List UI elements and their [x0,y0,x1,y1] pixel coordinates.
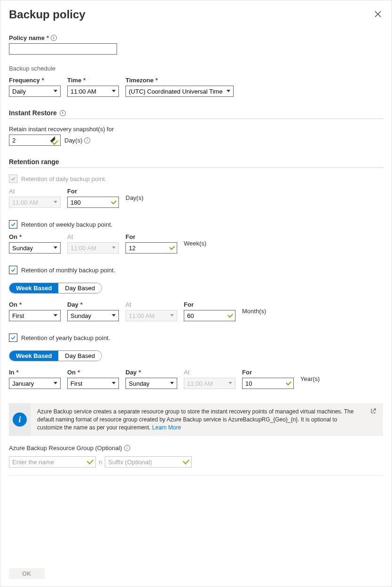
rg-label: Azure Backup Resource Group (Optional) i [9,444,130,452]
info-text: Azure Backup service creates a separate … [37,403,363,436]
info-icon[interactable]: i [124,445,130,451]
yearly-retention-checkbox[interactable] [9,333,17,342]
backup-policy-panel: Backup policy Policy name * i Backup sch… [0,0,392,587]
monthly-unit: Month(s) [242,306,266,317]
yearly-day-label: Day * [125,369,177,376]
daily-retention-label: Retention of daily backup point. [21,175,106,182]
ok-button[interactable]: OK [9,568,45,579]
yearly-in-select[interactable]: January [9,378,61,389]
retain-snapshot-label: Retain instant recovery snapshot(s) for [9,126,114,133]
monthly-at-label: At [125,301,177,308]
monthly-on-select[interactable]: First [9,310,61,321]
panel-header: Backup policy [9,8,383,21]
info-icon[interactable]: i [60,110,66,116]
learn-more-link[interactable]: Learn More [152,424,181,431]
info-icon-col: i [9,403,31,436]
monthly-basis-toggle[interactable]: Week Based Day Based [9,283,102,294]
snapshot-unit: Day(s) i [64,135,90,146]
yearly-day-based[interactable]: Day Based [58,351,102,361]
yearly-at-select: 11:00 AM [184,378,235,389]
weekly-retention-label: Retention of weekly backup point. [21,221,112,228]
monthly-for-label: For [184,301,235,308]
rg-separator: n [99,459,102,466]
weekly-on-select[interactable]: Sunday [9,242,61,254]
daily-for-input[interactable] [67,197,119,208]
divider [9,167,383,168]
daily-for-label: For [67,188,119,195]
time-select[interactable]: 11:00 AM [67,86,119,97]
monthly-day-select[interactable]: Sunday [67,310,119,321]
yearly-week-based[interactable]: Week Based [9,351,58,361]
yearly-in-label: In * [9,369,61,376]
snapshot-days-select[interactable]: 2 [9,135,61,146]
backup-schedule-label: Backup schedule [9,65,383,72]
daily-at-label: At [9,188,61,195]
timezone-label: Timezone * [125,77,234,84]
monthly-day-label: Day * [67,301,119,308]
divider [9,475,383,476]
yearly-at-label: At [184,369,235,376]
yearly-on-label: On * [67,369,119,376]
rg-name-input[interactable] [9,456,96,468]
monthly-retention-label: Retention of monthly backup point. [21,267,115,274]
yearly-basis-toggle[interactable]: Week Based Day Based [9,350,102,361]
divider [9,119,383,119]
monthly-day-based[interactable]: Day Based [58,283,102,293]
frequency-select[interactable]: Daily [9,86,61,97]
monthly-week-based[interactable]: Week Based [9,283,58,293]
monthly-retention-checkbox[interactable] [9,266,17,274]
policy-name-input[interactable] [9,43,117,55]
yearly-for-label: For [242,369,294,376]
policy-name-label: Policy name * i [9,34,383,41]
yearly-for-input[interactable] [242,378,294,389]
info-box: i Azure Backup service creates a separat… [9,403,383,436]
weekly-for-label: For [125,233,177,240]
weekly-for-input[interactable] [125,242,177,254]
frequency-label: Frequency * [9,77,61,84]
daily-at-select: 11:00 AM [9,197,61,208]
rg-suffix-input[interactable] [105,456,192,468]
yearly-unit: Year(s) [300,373,320,385]
external-link-icon[interactable] [370,403,378,436]
weekly-at-select: 11:00 AM [67,242,119,254]
weekly-unit: Week(s) [184,238,206,249]
time-label: Time * [67,77,119,84]
weekly-on-label: On * [9,233,61,240]
weekly-at-label: At [67,233,119,240]
page-title: Backup policy [9,8,86,21]
daily-retention-checkbox [9,175,17,183]
info-icon[interactable]: i [84,137,90,143]
info-icon[interactable]: i [51,35,57,41]
yearly-on-select[interactable]: First [67,378,119,389]
yearly-day-select[interactable]: Sunday [125,378,177,389]
yearly-retention-label: Retention of yearly backup point. [21,334,110,341]
info-icon: i [13,412,27,427]
monthly-on-label: On * [9,301,61,308]
close-button[interactable] [373,9,383,21]
close-icon [375,11,381,17]
daily-unit: Day(s) [125,192,143,204]
monthly-for-input[interactable] [184,310,235,321]
instant-restore-header: Instant Restore i [9,109,383,117]
monthly-at-select: 11:00 AM [125,310,177,321]
timezone-select[interactable]: (UTC) Coordinated Universal Time [125,86,234,97]
weekly-retention-checkbox[interactable] [9,220,17,229]
retention-range-header: Retention range [9,158,383,166]
